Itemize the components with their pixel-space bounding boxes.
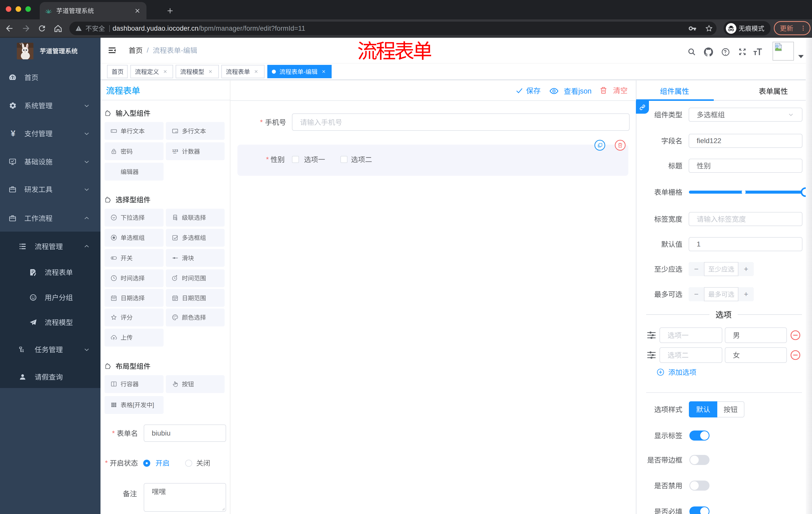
svg-text:123: 123: [172, 148, 178, 153]
svg-text:¥: ¥: [11, 129, 16, 138]
